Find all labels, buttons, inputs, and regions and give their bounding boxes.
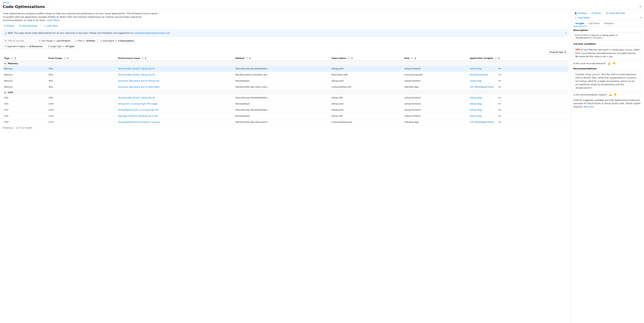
view-dismissed-button[interactable]: ☰ View dismissed [18, 24, 38, 28]
rec-thumbup-button[interactable]: 👍 [608, 93, 612, 96]
group-by-button[interactable]: Group By Type ▼ [547, 50, 568, 54]
collapse-icon[interactable]: ∨ [4, 91, 6, 94]
sub-sort[interactable]: ▲▼ [352, 57, 352, 60]
row-more-button[interactable]: ••• [498, 108, 502, 112]
subscription-filter[interactable]: ⊟ Subscription == 4 Subscriptions [98, 39, 136, 43]
copy-details-button[interactable]: 📄 Copy Details [573, 16, 590, 20]
method-sort[interactable]: ▲▼ [250, 57, 250, 60]
perf-issue-info-icon[interactable]: i [141, 57, 144, 60]
banner-close-button[interactable]: × [565, 32, 566, 34]
cell-performance-issue[interactable]: Excessive allocations due to InternalSet [116, 84, 234, 90]
cell-app-insights[interactable]: eShop-diag ••• [468, 66, 503, 72]
dismiss-button[interactable]: ☰ Dismiss [590, 12, 602, 15]
perf-issue-link[interactable]: String.Ctor is causing high CPU usage [118, 102, 158, 105]
row-more-button[interactable]: ••• [498, 79, 502, 83]
cell-performance-issue[interactable]: Excessive allocations due to String.Ctor [116, 78, 234, 84]
perf-issue-link[interactable]: 'IEnumerable.ToList()' Taking Too M... [118, 68, 156, 70]
cell-app-insights[interactable]: MvcMusicStore01 ••• [468, 72, 503, 78]
page-options-button[interactable]: ... [46, 5, 49, 8]
cell-performance-issue[interactable]: 'IEnumerable.ToList()' Taking Too M... [116, 72, 234, 78]
app-insights-link[interactable]: eShop-diag [470, 96, 482, 99]
insight-type-filter[interactable]: ⊟ Insight Type == All Types [46, 44, 76, 48]
role-sort[interactable]: ▲▼ [415, 57, 416, 60]
app-insights-link[interactable]: CH1-RetailAppAI-Prepd [470, 86, 494, 88]
perf-issue-link[interactable]: Excessive allocations due to InternalSet [118, 86, 160, 88]
table-row[interactable]: Memory 36% Excessive allocations due to … [3, 78, 568, 84]
cell-app-insights[interactable]: eShop-diag ••• [468, 113, 503, 119]
breadcrumb-home-link[interactable]: Home [3, 2, 9, 4]
cell-performance-issue[interactable]: 'IEnumerable.ToList()' Taking Too M... [116, 95, 234, 101]
app-insights-link[interactable]: eShop-diag [470, 80, 482, 82]
cell-app-insights[interactable]: eShop-diag ••• [468, 78, 503, 84]
app-insights-link[interactable]: MvcMusicStore01 [470, 74, 488, 76]
perf-issue-link[interactable]: Excessive allocations due to String.Ctor [118, 80, 159, 82]
perf-issue-link[interactable]: String.ReplaceCore is causing high CPL [118, 109, 159, 111]
create-work-item-button[interactable]: 📋 Create Work Item [604, 12, 626, 15]
table-row[interactable]: Memory 36% 'IEnumerable.ToList()' Taking… [3, 72, 568, 78]
feedback-button[interactable]: 👤 Feedback [573, 12, 588, 15]
cell-app-insights[interactable]: eShop-diag ••• [468, 101, 503, 107]
time-range-filter[interactable]: ⊟ Time Range == Last 24 Hours [37, 39, 72, 43]
app-insights-link[interactable]: eShop-diag [470, 115, 482, 117]
row-more-button[interactable]: ••• [498, 114, 502, 118]
collapse-icon[interactable]: ∨ [4, 62, 6, 65]
app-insights-link[interactable]: eShop-diag [470, 68, 482, 70]
method-info-icon[interactable]: i [246, 57, 248, 60]
tab-timeline[interactable]: Timeline [602, 21, 616, 26]
table-row[interactable]: CPU 2.5% QueryableExtensions.Include is … [3, 119, 568, 125]
tab-insight[interactable]: Insight [573, 21, 586, 26]
cell-app-insights[interactable]: eShop-diag ••• [468, 95, 503, 101]
app-insights-link[interactable]: eShop-diag [470, 109, 482, 111]
row-more-button[interactable]: ••• [498, 102, 502, 106]
cell-app-insights[interactable]: CH1-RetailAppAI-Prepd ••• [468, 84, 503, 90]
perf-issue-link[interactable]: QueryableExtensions.Include is causing [118, 121, 159, 123]
app-insights-link[interactable]: CH1-RetailAppAI-Prepd [470, 121, 494, 123]
search-box[interactable]: 🔍 [3, 39, 36, 43]
more-here-link[interactable]: More here. [584, 106, 594, 108]
rec-thumbdown-button[interactable]: 👎 [614, 93, 617, 96]
type-info-icon[interactable]: i [11, 57, 14, 60]
ai-sort[interactable]: ▲▼ [498, 57, 500, 60]
banner-email-link[interactable]: codeoptimizations@microsoft.com [134, 32, 170, 34]
row-more-button[interactable]: ••• [498, 120, 502, 124]
cell-performance-issue[interactable]: Garbage Collection Showing Up in CPL [116, 113, 234, 119]
cell-performance-issue[interactable]: QueryableExtensions.Include is causing [116, 119, 234, 125]
condition-thumbup-button[interactable]: 👍 [607, 62, 611, 65]
row-more-button[interactable]: ••• [498, 73, 502, 77]
role-info-icon[interactable]: i [411, 57, 413, 60]
tab-call-stack[interactable]: Call Stack [586, 21, 602, 26]
group-row-memory[interactable]: ∨ Memory [3, 61, 568, 66]
table-row[interactable]: Memory 34% Excessive allocations due to … [3, 84, 568, 90]
peak-usage-info-icon[interactable]: i [63, 57, 66, 60]
table-row[interactable]: CPU 3.8% String.Ctor is causing high CPU… [3, 101, 568, 107]
table-row[interactable]: Memory 74% 'IEnumerable.ToList()' Taking… [3, 66, 568, 72]
app-insights-filter[interactable]: ⊟ Application Insights == 10 Resources [3, 44, 44, 48]
cell-app-insights[interactable]: eShop-diag ••• [468, 107, 503, 113]
right-panel-close-button[interactable]: × [640, 16, 642, 19]
row-more-button[interactable]: ••• [498, 85, 502, 89]
app-insights-link[interactable]: eShop-diag [470, 102, 482, 105]
sub-info-icon[interactable]: i [348, 57, 350, 60]
close-button[interactable]: × [639, 5, 641, 8]
cell-performance-issue[interactable]: String.ReplaceCore is causing high CPL [116, 107, 234, 113]
perf-issue-link[interactable]: Garbage Collection Showing Up in CPL [118, 115, 158, 117]
condition-thumbdown-button[interactable]: 👎 [612, 62, 616, 65]
table-row[interactable]: CPU 10% 'IEnumerable.ToList()' Taking To… [3, 95, 568, 101]
table-row[interactable]: CPU 3.8% String.ReplaceCore is causing h… [3, 107, 568, 113]
description-learn-more-link[interactable]: Learn More. [47, 19, 60, 22]
table-row[interactable]: CPU 3.4% Garbage Collection Showing Up i… [3, 113, 568, 119]
perf-issue-link[interactable]: 'IEnumerable.ToList()' Taking Too M... [118, 96, 156, 99]
cell-performance-issue[interactable]: 'IEnumerable.ToList()' Taking Too M... [116, 66, 234, 72]
cell-performance-issue[interactable]: String.Ctor is causing high CPU usage [116, 101, 234, 107]
peak-usage-sort[interactable]: ▲▼ [67, 57, 68, 60]
row-more-button[interactable]: ••• [498, 96, 502, 100]
ai-info-icon[interactable]: i [494, 57, 497, 60]
row-more-button[interactable]: ••• [498, 67, 502, 70]
perf-issue-sort[interactable]: ▲▼ [145, 57, 146, 60]
search-input[interactable] [8, 40, 34, 42]
refresh-button[interactable]: ↻ Refresh [3, 24, 16, 28]
perf-issue-link[interactable]: 'IEnumerable.ToList()' Taking Too M... [118, 74, 156, 76]
group-row-cpu[interactable]: ∨ CPU [3, 90, 568, 95]
toolbar-learn-more-button[interactable]: ↗ Learn More [42, 24, 59, 28]
role-filter[interactable]: ⊟ Role == All Roles [74, 39, 97, 43]
